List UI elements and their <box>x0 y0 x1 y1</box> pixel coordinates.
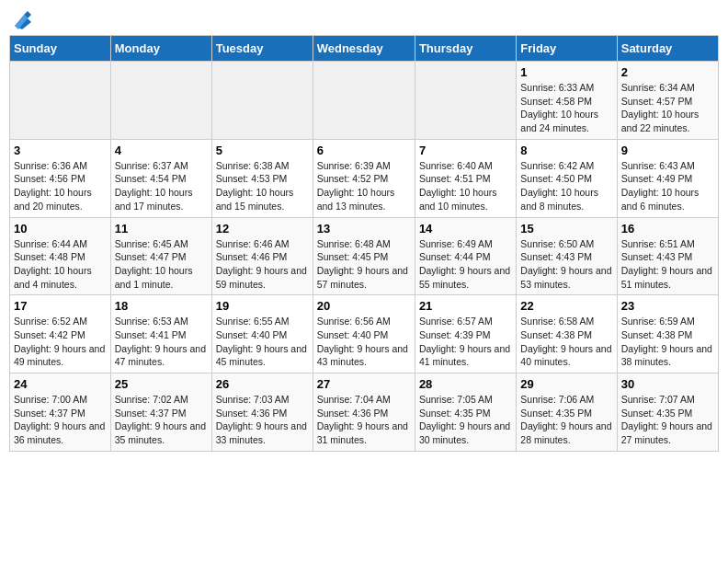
day-number: 16 <box>621 222 714 236</box>
day-number: 5 <box>216 144 309 157</box>
day-cell: 5Sunrise: 6:38 AM Sunset: 4:53 PM Daylig… <box>211 139 313 217</box>
day-number: 1 <box>520 65 612 79</box>
day-cell: 1Sunrise: 6:33 AM Sunset: 4:58 PM Daylig… <box>517 62 617 140</box>
logo <box>9 9 31 28</box>
day-content: Sunrise: 7:04 AM Sunset: 4:36 PM Dayligh… <box>317 393 411 447</box>
day-content: Sunrise: 6:53 AM Sunset: 4:41 PM Dayligh… <box>115 315 208 369</box>
day-content: Sunrise: 6:34 AM Sunset: 4:57 PM Dayligh… <box>621 81 714 135</box>
day-cell <box>313 62 415 140</box>
day-cell: 12Sunrise: 6:46 AM Sunset: 4:46 PM Dayli… <box>211 217 313 295</box>
day-cell: 23Sunrise: 6:59 AM Sunset: 4:38 PM Dayli… <box>617 295 718 373</box>
day-content: Sunrise: 6:56 AM Sunset: 4:40 PM Dayligh… <box>317 315 411 369</box>
day-cell: 4Sunrise: 6:37 AM Sunset: 4:54 PM Daylig… <box>110 139 211 217</box>
day-number: 15 <box>520 222 612 236</box>
day-cell: 17Sunrise: 6:52 AM Sunset: 4:42 PM Dayli… <box>10 295 111 373</box>
calendar-table: SundayMondayTuesdayWednesdayThursdayFrid… <box>9 35 719 452</box>
day-number: 18 <box>115 299 208 313</box>
day-number: 8 <box>520 144 612 157</box>
day-cell: 26Sunrise: 7:03 AM Sunset: 4:36 PM Dayli… <box>211 373 313 452</box>
day-content: Sunrise: 7:07 AM Sunset: 4:35 PM Dayligh… <box>621 393 714 447</box>
day-content: Sunrise: 6:33 AM Sunset: 4:58 PM Dayligh… <box>520 81 612 135</box>
day-cell: 16Sunrise: 6:51 AM Sunset: 4:43 PM Dayli… <box>617 217 718 295</box>
day-cell: 18Sunrise: 6:53 AM Sunset: 4:41 PM Dayli… <box>110 295 211 373</box>
day-number: 29 <box>520 377 612 391</box>
day-number: 4 <box>115 144 208 157</box>
day-content: Sunrise: 6:58 AM Sunset: 4:38 PM Dayligh… <box>520 315 612 369</box>
day-content: Sunrise: 6:36 AM Sunset: 4:56 PM Dayligh… <box>14 159 107 213</box>
day-cell: 24Sunrise: 7:00 AM Sunset: 4:37 PM Dayli… <box>10 373 111 452</box>
day-number: 2 <box>621 65 714 79</box>
day-cell <box>415 62 516 140</box>
week-row-2: 3Sunrise: 6:36 AM Sunset: 4:56 PM Daylig… <box>10 139 719 217</box>
day-cell: 8Sunrise: 6:42 AM Sunset: 4:50 PM Daylig… <box>517 139 617 217</box>
day-cell: 30Sunrise: 7:07 AM Sunset: 4:35 PM Dayli… <box>617 373 718 452</box>
day-number: 28 <box>419 377 512 391</box>
day-number: 19 <box>216 299 309 313</box>
day-cell: 10Sunrise: 6:44 AM Sunset: 4:48 PM Dayli… <box>10 217 111 295</box>
day-cell: 28Sunrise: 7:05 AM Sunset: 4:35 PM Dayli… <box>415 373 516 452</box>
day-cell: 11Sunrise: 6:45 AM Sunset: 4:47 PM Dayli… <box>110 217 211 295</box>
day-content: Sunrise: 6:37 AM Sunset: 4:54 PM Dayligh… <box>115 159 208 213</box>
day-cell: 2Sunrise: 6:34 AM Sunset: 4:57 PM Daylig… <box>617 62 718 140</box>
day-content: Sunrise: 6:51 AM Sunset: 4:43 PM Dayligh… <box>621 237 714 292</box>
day-number: 3 <box>14 144 107 157</box>
week-row-3: 10Sunrise: 6:44 AM Sunset: 4:48 PM Dayli… <box>10 217 719 295</box>
day-content: Sunrise: 6:38 AM Sunset: 4:53 PM Dayligh… <box>216 159 309 213</box>
day-header-wednesday: Wednesday <box>313 36 415 62</box>
day-cell: 9Sunrise: 6:43 AM Sunset: 4:49 PM Daylig… <box>617 139 718 217</box>
day-content: Sunrise: 7:02 AM Sunset: 4:37 PM Dayligh… <box>115 393 208 447</box>
day-cell: 3Sunrise: 6:36 AM Sunset: 4:56 PM Daylig… <box>10 139 111 217</box>
day-cell <box>211 62 313 140</box>
week-row-1: 1Sunrise: 6:33 AM Sunset: 4:58 PM Daylig… <box>10 62 719 140</box>
day-number: 26 <box>216 377 309 391</box>
day-content: Sunrise: 6:46 AM Sunset: 4:46 PM Dayligh… <box>216 237 309 292</box>
day-content: Sunrise: 6:57 AM Sunset: 4:39 PM Dayligh… <box>419 315 512 369</box>
day-cell: 21Sunrise: 6:57 AM Sunset: 4:39 PM Dayli… <box>415 295 516 373</box>
day-content: Sunrise: 6:42 AM Sunset: 4:50 PM Dayligh… <box>520 159 612 213</box>
day-cell: 22Sunrise: 6:58 AM Sunset: 4:38 PM Dayli… <box>517 295 617 373</box>
day-number: 11 <box>115 222 208 236</box>
day-content: Sunrise: 7:00 AM Sunset: 4:37 PM Dayligh… <box>14 393 107 447</box>
day-number: 24 <box>14 377 107 391</box>
day-number: 9 <box>621 144 714 157</box>
day-number: 14 <box>419 222 512 236</box>
day-cell: 14Sunrise: 6:49 AM Sunset: 4:44 PM Dayli… <box>415 217 516 295</box>
day-content: Sunrise: 6:55 AM Sunset: 4:40 PM Dayligh… <box>216 315 309 369</box>
day-header-monday: Monday <box>110 36 211 62</box>
day-number: 6 <box>317 144 411 157</box>
day-cell: 19Sunrise: 6:55 AM Sunset: 4:40 PM Dayli… <box>211 295 313 373</box>
day-cell: 25Sunrise: 7:02 AM Sunset: 4:37 PM Dayli… <box>110 373 211 452</box>
day-header-tuesday: Tuesday <box>211 36 313 62</box>
day-content: Sunrise: 7:03 AM Sunset: 4:36 PM Dayligh… <box>216 393 309 447</box>
day-number: 20 <box>317 299 411 313</box>
day-cell <box>10 62 111 140</box>
days-header-row: SundayMondayTuesdayWednesdayThursdayFrid… <box>10 36 719 62</box>
day-content: Sunrise: 6:40 AM Sunset: 4:51 PM Dayligh… <box>419 159 512 213</box>
day-cell: 6Sunrise: 6:39 AM Sunset: 4:52 PM Daylig… <box>313 139 415 217</box>
day-number: 25 <box>115 377 208 391</box>
day-header-friday: Friday <box>517 36 617 62</box>
day-content: Sunrise: 6:39 AM Sunset: 4:52 PM Dayligh… <box>317 159 411 213</box>
day-cell <box>110 62 211 140</box>
day-content: Sunrise: 6:52 AM Sunset: 4:42 PM Dayligh… <box>14 315 107 369</box>
day-cell: 27Sunrise: 7:04 AM Sunset: 4:36 PM Dayli… <box>313 373 415 452</box>
day-content: Sunrise: 6:44 AM Sunset: 4:48 PM Dayligh… <box>14 237 107 292</box>
header <box>9 9 719 28</box>
day-header-saturday: Saturday <box>617 36 718 62</box>
day-cell: 13Sunrise: 6:48 AM Sunset: 4:45 PM Dayli… <box>313 217 415 295</box>
day-number: 23 <box>621 299 714 313</box>
day-cell: 29Sunrise: 7:06 AM Sunset: 4:35 PM Dayli… <box>517 373 617 452</box>
day-number: 21 <box>419 299 512 313</box>
day-content: Sunrise: 6:59 AM Sunset: 4:38 PM Dayligh… <box>621 315 714 369</box>
day-cell: 15Sunrise: 6:50 AM Sunset: 4:43 PM Dayli… <box>517 217 617 295</box>
day-content: Sunrise: 6:50 AM Sunset: 4:43 PM Dayligh… <box>520 237 612 292</box>
day-content: Sunrise: 6:43 AM Sunset: 4:49 PM Dayligh… <box>621 159 714 213</box>
day-number: 30 <box>621 377 714 391</box>
logo-icon <box>11 9 31 29</box>
day-header-thursday: Thursday <box>415 36 516 62</box>
day-content: Sunrise: 7:06 AM Sunset: 4:35 PM Dayligh… <box>520 393 612 447</box>
day-content: Sunrise: 7:05 AM Sunset: 4:35 PM Dayligh… <box>419 393 512 447</box>
day-content: Sunrise: 6:48 AM Sunset: 4:45 PM Dayligh… <box>317 237 411 292</box>
day-cell: 20Sunrise: 6:56 AM Sunset: 4:40 PM Dayli… <box>313 295 415 373</box>
day-number: 10 <box>14 222 107 236</box>
